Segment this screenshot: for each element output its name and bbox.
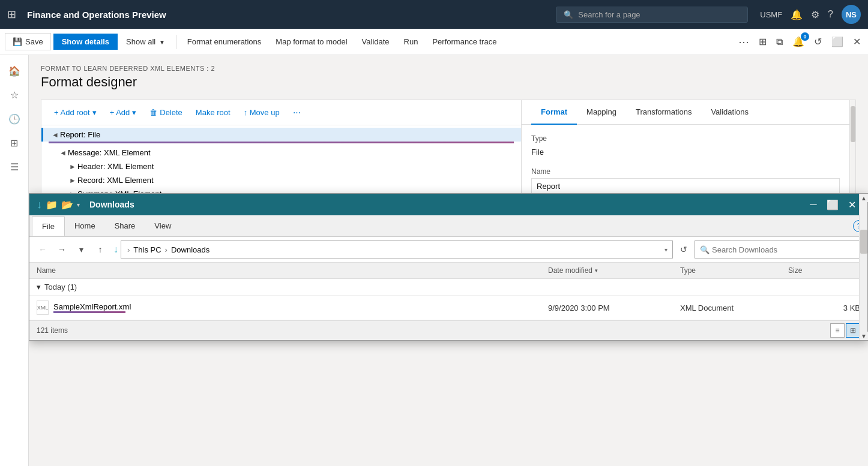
name-label: Name xyxy=(531,167,840,176)
tab-format[interactable]: Format xyxy=(531,100,577,125)
up-button[interactable]: ↑ xyxy=(92,241,109,258)
refresh-page-button[interactable]: ↺ xyxy=(812,34,824,50)
col-name[interactable]: Name xyxy=(37,266,548,275)
sidebar-favorites-icon[interactable]: ☆ xyxy=(4,84,25,106)
sidebar-home-icon[interactable]: 🏠 xyxy=(4,60,25,82)
run-button[interactable]: Run xyxy=(398,34,424,50)
file-date-cell: 9/9/2020 3:00 PM xyxy=(548,303,680,312)
type-label: Type xyxy=(531,134,840,143)
minimize-button[interactable]: ─ xyxy=(805,196,822,213)
path-downloads[interactable]: Downloads xyxy=(171,245,209,254)
make-root-button[interactable]: Make root xyxy=(190,105,236,120)
add-root-dropdown-arrow: ▾ xyxy=(92,108,97,117)
file-underline xyxy=(53,311,125,313)
col-type[interactable]: Type xyxy=(680,266,788,275)
grid-view-button[interactable]: ⊞ xyxy=(756,34,769,50)
show-details-button[interactable]: Show details xyxy=(53,34,118,50)
tree-toggle-record[interactable]: ► xyxy=(68,176,77,185)
download-indicator: ↓ xyxy=(113,244,118,255)
show-all-button[interactable]: Show all ▼ xyxy=(120,34,171,50)
win-scroll-thumb[interactable] xyxy=(860,230,867,254)
breadcrumb: FORMAT TO LEARN DEFERRED XML ELEMENTS : … xyxy=(41,65,856,72)
address-bar-row: ← → ▾ ↑ ↓ › This PC › Downloads ▾ ↺ 🔍 xyxy=(29,237,867,263)
tree-label-report-file: Report: File xyxy=(60,130,100,139)
tree-node-header[interactable]: ► Header: XML Element xyxy=(41,160,521,173)
file-type-cell: XML Document xyxy=(680,303,788,312)
group-label: Today (1) xyxy=(44,282,77,291)
help-icon[interactable]: ? xyxy=(828,9,833,20)
global-search-bar[interactable]: 🔍 Search for a page xyxy=(556,7,748,23)
search-box[interactable]: 🔍 xyxy=(695,240,863,258)
avatar[interactable]: NS xyxy=(842,5,861,24)
restore-button[interactable]: ⬜ xyxy=(824,196,841,213)
add-dropdown-arrow: ▾ xyxy=(132,108,136,117)
more-options-button[interactable]: ⋯ xyxy=(736,33,752,51)
file-name-label: SampleXmlReport.xml xyxy=(53,302,131,311)
tree-toggle-header[interactable]: ► xyxy=(68,163,77,171)
top-nav: ⊞ Finance and Operations Preview 🔍 Searc… xyxy=(0,0,868,29)
scroll-thumb[interactable] xyxy=(851,106,855,142)
tree-content: ◄ Report: File ◄ Message: XML Element ► xyxy=(41,125,521,203)
address-refresh-button[interactable]: ↺ xyxy=(675,241,692,258)
ribbon-tab-share[interactable]: Share xyxy=(105,217,145,235)
explorer-ribbon: File Home Share View ? xyxy=(29,215,867,237)
sidebar-workspaces-icon[interactable]: ⊞ xyxy=(4,132,25,154)
scroll-top-button[interactable]: ▲ xyxy=(860,194,868,202)
win-dropdown-icon[interactable]: ▾ xyxy=(77,202,80,208)
group-collapse-icon[interactable]: ▾ xyxy=(37,282,41,291)
search-downloads-input[interactable] xyxy=(712,245,857,254)
col-size[interactable]: Size xyxy=(788,266,860,275)
add-button[interactable]: + Add ▾ xyxy=(104,105,142,120)
delete-button[interactable]: 🗑 Delete xyxy=(144,105,188,120)
close-window-button[interactable]: ✕ xyxy=(843,196,860,213)
back-button[interactable]: ← xyxy=(34,241,51,258)
name-input[interactable] xyxy=(531,178,840,194)
tree-toggle-message[interactable]: ◄ xyxy=(58,149,68,157)
open-external-button[interactable]: ⧉ xyxy=(774,34,785,50)
validate-button[interactable]: Validate xyxy=(356,34,396,50)
details-view-button[interactable]: ≡ xyxy=(830,323,845,338)
save-button[interactable]: 💾 Save xyxy=(5,33,51,50)
win-icons: ↓ 📁 📂 ▾ xyxy=(37,199,80,211)
recent-button[interactable]: ▾ xyxy=(73,241,89,258)
file-row-samplexmlreport[interactable]: XML SampleXmlReport.xml 9/9/2020 3:00 PM… xyxy=(29,296,867,320)
tree-node-record[interactable]: ► Record: XML Element xyxy=(41,173,521,187)
close-page-button[interactable]: ✕ xyxy=(851,34,863,50)
forward-button[interactable]: → xyxy=(53,241,70,258)
ribbon-tab-file[interactable]: File xyxy=(32,217,65,236)
add-root-button[interactable]: + Add root ▾ xyxy=(49,105,102,120)
move-up-button[interactable]: ↑ Move up xyxy=(238,105,285,120)
map-format-to-model-button[interactable]: Map format to model xyxy=(270,34,353,50)
tab-transformations[interactable]: Transformations xyxy=(626,100,701,125)
format-enumerations-button[interactable]: Format enumerations xyxy=(181,34,268,50)
path-sep-1: › xyxy=(127,245,130,254)
sidebar-recent-icon[interactable]: 🕒 xyxy=(4,108,25,130)
win-scrollbar[interactable]: ▲ ▼ xyxy=(859,194,867,340)
settings-icon[interactable]: ⚙ xyxy=(811,9,819,20)
toolbar: 💾 Save Show details Show all ▼ Format en… xyxy=(0,29,868,55)
type-value: File xyxy=(531,145,840,159)
file-group-today[interactable]: ▾ Today (1) xyxy=(29,279,867,296)
tree-node-report-file[interactable]: ◄ Report: File xyxy=(41,128,521,142)
tree-node-message[interactable]: ◄ Message: XML Element xyxy=(41,146,521,160)
scroll-bottom-button[interactable]: ▼ xyxy=(860,332,868,340)
save-icon: 💾 xyxy=(13,37,22,46)
col-date-modified[interactable]: Date modified ▾ xyxy=(548,266,680,275)
address-dropdown-arrow[interactable]: ▾ xyxy=(665,246,668,253)
path-this-pc[interactable]: This PC xyxy=(133,245,161,254)
ribbon-tab-view[interactable]: View xyxy=(145,217,181,235)
page-title: Format designer xyxy=(41,74,856,90)
win-file-icon: 📁 xyxy=(46,199,58,211)
grid-icon[interactable]: ⊞ xyxy=(7,8,16,21)
more-tree-options-button[interactable]: ⋯ xyxy=(288,105,306,120)
tiles-view-button[interactable]: ⊞ xyxy=(846,323,860,338)
tree-toggle-report-file[interactable]: ◄ xyxy=(50,131,60,139)
performance-trace-button[interactable]: Performance trace xyxy=(426,34,502,50)
bell-icon[interactable]: 🔔 xyxy=(791,9,803,20)
ribbon-tab-home[interactable]: Home xyxy=(65,217,105,235)
tab-mapping[interactable]: Mapping xyxy=(577,100,626,125)
sidebar-modules-icon[interactable]: ☰ xyxy=(4,156,25,178)
address-bar[interactable]: › This PC › Downloads ▾ xyxy=(121,240,673,258)
tab-validations[interactable]: Validations xyxy=(701,100,758,125)
maximize-button[interactable]: ⬜ xyxy=(829,34,846,50)
